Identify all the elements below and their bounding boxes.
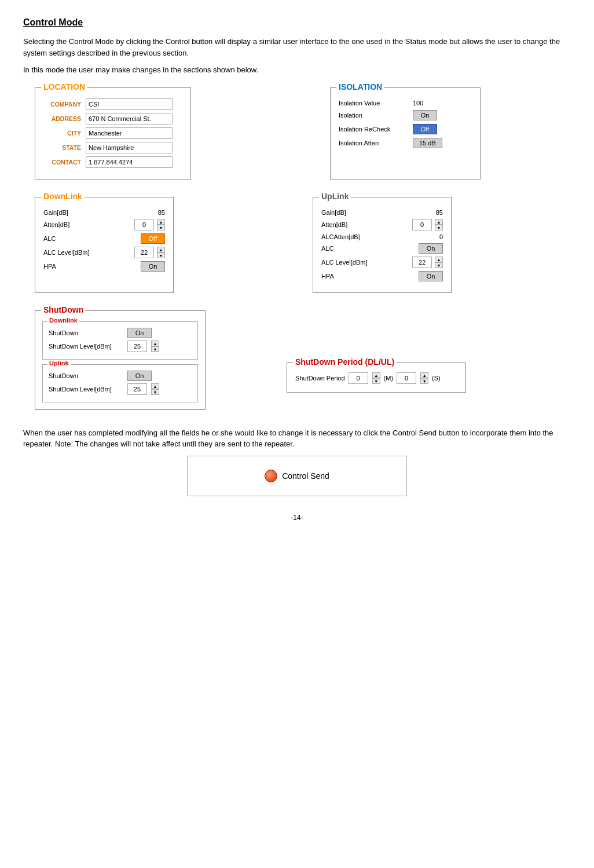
dl-atten-row: Atten[dB] ▲ ▼ [43, 219, 165, 230]
shutdown-period-m-unit: (M) [384, 375, 394, 382]
ul-alclevel-spin-down[interactable]: ▼ [435, 262, 443, 268]
isolation-value: 100 [413, 100, 423, 107]
location-panel-title: LOCATION [41, 82, 87, 91]
ul-alclevel-spin-up[interactable]: ▲ [435, 257, 443, 262]
page-number: -14- [23, 514, 571, 522]
sd-ul-shutdown-button[interactable]: On [127, 371, 152, 381]
control-send-label: Control Send [282, 471, 329, 481]
dl-alclevel-spinner: ▲ ▼ [134, 247, 165, 258]
ul-hpa-row: HPA On [321, 271, 443, 281]
sd-ul-level-spin-down[interactable]: ▼ [151, 389, 159, 395]
sdp-s-spin-up[interactable]: ▲ [420, 372, 428, 378]
shutdown-period-m-input[interactable] [349, 372, 368, 384]
dl-hpa-label: HPA [43, 263, 141, 270]
uplink-panel: UpLink Gain[dB] 85 Atten[dB] ▲ ▼ ALCAtte… [313, 197, 452, 293]
dl-alclevel-spin-down[interactable]: ▼ [157, 252, 165, 258]
dl-atten-spin-up[interactable]: ▲ [157, 219, 165, 225]
sd-dl-shutdown-label: ShutDown [49, 329, 124, 336]
ul-hpa-label: HPA [321, 273, 419, 280]
ul-gain-row: Gain[dB] 85 [321, 209, 443, 216]
panels-row-2: DownLink Gain[dB] 85 Atten[dB] ▲ ▼ ALC O… [23, 197, 571, 293]
dl-hpa-button[interactable]: On [141, 261, 165, 272]
dl-alclevel-spinner-btn: ▲ ▼ [157, 247, 165, 258]
dl-alclevel-input[interactable] [134, 247, 154, 258]
dl-alc-row: ALC Off [43, 233, 165, 244]
shutdown-downlink: Downlink ShutDown On ShutDown Level[dBm]… [42, 321, 198, 360]
ul-alclevel-spinner-btn: ▲ ▼ [435, 257, 443, 268]
isolation-atten-label: Isolation Atten [339, 140, 408, 147]
dl-alclevel-label: ALC Level[dBm] [43, 249, 134, 256]
isolation-atten-button[interactable]: 15 dB [413, 138, 442, 148]
ul-alclevel-input[interactable] [412, 257, 432, 268]
shutdown-period-panel: ShutDown Period (DL/UL) ShutDown Period … [287, 362, 466, 393]
panels-row-3: ShutDown Downlink ShutDown On ShutDown L… [23, 310, 571, 410]
address-label: ADDRESS [43, 115, 81, 122]
sd-ul-level-row: ShutDown Level[dBm] ▲ ▼ [49, 383, 192, 395]
ul-hpa-button[interactable]: On [419, 271, 443, 281]
ul-atten-spin-up[interactable]: ▲ [435, 219, 443, 225]
outro-paragraph: When the user has completed modifying al… [23, 427, 571, 450]
company-input[interactable] [86, 98, 173, 110]
state-input[interactable] [86, 142, 173, 153]
isolation-atten-row: Isolation Atten 15 dB [339, 138, 472, 148]
dl-gain-label: Gain[dB] [43, 209, 158, 216]
sdp-m-spin-down[interactable]: ▼ [372, 378, 380, 384]
dl-atten-label: Atten[dB] [43, 221, 134, 228]
dl-gain-value: 85 [158, 209, 165, 216]
ul-atten-input[interactable] [412, 219, 432, 230]
sd-ul-shutdown-row: ShutDown On [49, 371, 192, 381]
isolation-on-button[interactable]: On [413, 110, 437, 120]
isolation-panel: ISOLATION Isolation Value 100 Isolation … [330, 87, 481, 180]
control-send-area: Control Send [187, 456, 407, 496]
sd-ul-level-spin-up[interactable]: ▲ [151, 383, 159, 389]
shutdown-period-title: ShutDown Period (DL/UL) [293, 357, 397, 367]
sd-dl-level-spin-down[interactable]: ▼ [151, 346, 159, 352]
isolation-recheck-button[interactable]: Off [413, 124, 437, 134]
sd-dl-level-spin-up[interactable]: ▲ [151, 340, 159, 346]
dl-alclevel-spin-up[interactable]: ▲ [157, 247, 165, 252]
sdp-m-spin-up[interactable]: ▲ [372, 372, 380, 378]
ul-alc-label: ALC [321, 245, 419, 252]
downlink-panel-title: DownLink [41, 192, 85, 201]
dl-atten-spin-down[interactable]: ▼ [157, 225, 165, 230]
sd-dl-level-input[interactable] [127, 340, 147, 352]
dl-hpa-row: HPA On [43, 261, 165, 272]
isolation-panel-title: ISOLATION [336, 82, 384, 91]
sd-dl-level-label: ShutDown Level[dBm] [49, 343, 124, 350]
dl-atten-spinner: ▲ ▼ [134, 219, 165, 230]
ul-alclevel-spinner: ▲ ▼ [412, 257, 443, 268]
ul-atten-spin-down[interactable]: ▼ [435, 225, 443, 230]
city-input[interactable] [86, 127, 173, 139]
ul-alc-button[interactable]: On [419, 243, 443, 254]
sd-ul-level-input[interactable] [127, 383, 147, 395]
dl-alc-button[interactable]: Off [141, 233, 165, 244]
location-state-row: STATE [43, 142, 182, 153]
ul-atten-spinner: ▲ ▼ [412, 219, 443, 230]
isolation-on-row: Isolation On [339, 110, 472, 120]
sd-ul-level-label: ShutDown Level[dBm] [49, 386, 124, 393]
downlink-panel: DownLink Gain[dB] 85 Atten[dB] ▲ ▼ ALC O… [35, 197, 174, 293]
sdp-s-spin-down[interactable]: ▼ [420, 378, 428, 384]
dl-atten-input[interactable] [134, 219, 154, 230]
intro-paragraph-2: In this mode the user may make changes i… [23, 64, 571, 76]
ul-atten-spinner-btn: ▲ ▼ [435, 219, 443, 230]
shutdown-uplink: Uplink ShutDown On ShutDown Level[dBm] ▲… [42, 364, 198, 402]
shutdown-panel-title: ShutDown [41, 305, 86, 314]
dl-alc-label: ALC [43, 235, 141, 242]
shutdown-panel: ShutDown Downlink ShutDown On ShutDown L… [35, 310, 206, 410]
control-send-button[interactable]: Control Send [265, 470, 329, 482]
shutdown-period-s-input[interactable] [397, 372, 416, 384]
sd-dl-shutdown-button[interactable]: On [127, 328, 152, 338]
isolation-value-row: Isolation Value 100 [339, 100, 472, 107]
shutdown-period-m-spinner: ▲ ▼ [372, 372, 380, 384]
shutdown-period-s-spinner: ▲ ▼ [420, 372, 428, 384]
contact-input[interactable] [86, 156, 173, 168]
shutdown-uplink-title: Uplink [47, 360, 71, 367]
sd-dl-level-row: ShutDown Level[dBm] ▲ ▼ [49, 340, 192, 352]
address-input[interactable] [86, 113, 173, 124]
sd-dl-level-spinner: ▲ ▼ [151, 340, 159, 352]
ul-alcatten-row: ALCAtten[dB] 0 [321, 233, 443, 240]
dl-atten-spinner-btn: ▲ ▼ [157, 219, 165, 230]
sd-ul-shutdown-label: ShutDown [49, 372, 124, 379]
shutdown-period-label: ShutDown Period [295, 375, 345, 382]
